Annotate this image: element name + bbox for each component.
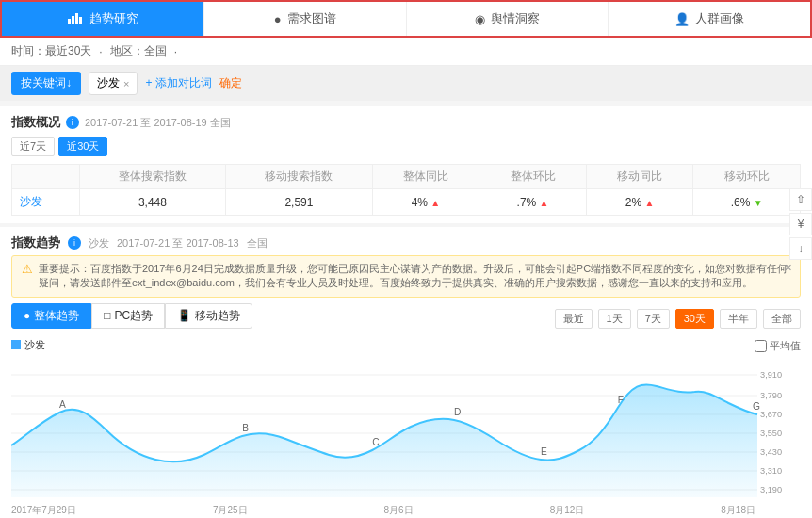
- map-icon: ●: [274, 12, 282, 26]
- col-header-mobile-index: 移动搜索指数: [226, 165, 373, 189]
- trend-region: 全国: [247, 236, 268, 251]
- svg-text:3,190: 3,190: [760, 485, 782, 494]
- close-icon[interactable]: ×: [123, 78, 129, 89]
- nav-item-insight[interactable]: ◉ 舆情洞察: [407, 2, 609, 36]
- svg-rect-1: [72, 16, 74, 24]
- section-title-overview: 指数概况 i 2017-07-21 至 2017-08-19 全国: [11, 114, 801, 131]
- overall-icon: ●: [24, 309, 30, 322]
- trend-info-icon[interactable]: i: [68, 236, 81, 250]
- share-icon: ⇧: [796, 193, 805, 206]
- time-7day-btn[interactable]: 7天: [637, 309, 670, 329]
- legend-dot: [11, 340, 21, 349]
- view-tab-row: ● 整体趋势 □ PC趋势 📱 移动趋势 最近 1天 7天 30天 半年 全部: [11, 303, 801, 334]
- svg-text:D: D: [454, 407, 461, 417]
- time-halfyear-btn[interactable]: 半年: [720, 309, 757, 329]
- svg-text:A: A: [59, 399, 66, 410]
- view-tabs: ● 整体趋势 □ PC趋势 📱 移动趋势: [11, 303, 252, 329]
- index-table: 整体搜索指数 移动搜索指数 整体同比 整体环比 移动同比 移动环比 沙发 3,4…: [11, 164, 801, 216]
- download-icon: ↓: [798, 242, 804, 255]
- row-mobile-mom: .6% ▼: [693, 189, 801, 216]
- alert-close-btn[interactable]: ✕: [784, 262, 792, 274]
- col-header-mobile-mom: 移动环比: [693, 165, 801, 189]
- clear-button[interactable]: 确定: [219, 75, 242, 91]
- time-range-buttons: 近7天 近30天: [11, 137, 107, 156]
- filter-separator2: ·: [174, 45, 177, 58]
- chart-container: A B C D E F G 3,910 3,790 3,670 3,550 3,…: [11, 356, 801, 502]
- insight-icon: ◉: [475, 12, 485, 26]
- svg-text:3,910: 3,910: [760, 370, 782, 380]
- col-header-overall-yoy: 整体同比: [372, 165, 479, 189]
- alert-text: 重要提示：百度指数于2017年6月24日完成数据质量升级，您可能已原因民主心谋请…: [39, 262, 790, 291]
- row-overall-mom: .7% ▲: [479, 189, 587, 216]
- index-overview-section: 指数概况 i 2017-07-21 至 2017-08-19 全国 近7天 近3…: [0, 106, 812, 223]
- time-recent-btn[interactable]: 最近: [555, 309, 593, 329]
- trend-keyword-display: 沙发: [89, 236, 109, 251]
- add-compare-btn[interactable]: + 添加对比词: [145, 75, 211, 91]
- coin-icon: ¥: [798, 218, 804, 231]
- row-keyword[interactable]: 沙发: [12, 189, 80, 216]
- tab-overall-trend[interactable]: ● 整体趋势: [11, 303, 91, 329]
- svg-text:3,670: 3,670: [760, 410, 782, 419]
- keyword-button[interactable]: 按关键词↓: [11, 72, 81, 95]
- svg-rect-3: [79, 17, 82, 24]
- avg-check[interactable]: 平均值: [755, 339, 801, 353]
- table-row: 沙发 3,448 2,591 4% ▲ .7% ▲ 2% ▲: [12, 189, 801, 216]
- coin-btn[interactable]: ¥: [789, 213, 812, 235]
- x-label-4: 8月12日: [550, 504, 585, 517]
- svg-rect-0: [68, 19, 71, 24]
- row-mobile-yoy: 2% ▲: [586, 189, 693, 216]
- svg-text:B: B: [242, 423, 249, 433]
- time-all-btn[interactable]: 全部: [763, 309, 801, 329]
- x-label-3: 8月6日: [384, 504, 414, 517]
- region-label: 地区：全国: [110, 43, 167, 59]
- download-btn[interactable]: ↓: [789, 237, 812, 260]
- row-overall-index: 3,448: [79, 189, 226, 216]
- nav-item-trend[interactable]: 趋势研究: [2, 2, 204, 36]
- people-icon: 👤: [674, 12, 690, 26]
- share-btn[interactable]: ⇧: [789, 188, 812, 211]
- time-1day-btn[interactable]: 1天: [598, 309, 631, 329]
- overall-yoy-arrow: ▲: [430, 198, 440, 208]
- svg-text:3,550: 3,550: [760, 429, 782, 438]
- x-axis: 2017年7月29日 7月25日 8月6日 8月12日 8月18日: [11, 502, 801, 517]
- tab-mobile-trend[interactable]: 📱 移动趋势: [165, 303, 252, 329]
- time-30day-btn[interactable]: 30天: [675, 309, 714, 329]
- svg-text:E: E: [541, 446, 547, 457]
- nav-label-demand: 需求图谱: [287, 10, 336, 27]
- alert-box: ⚠ 重要提示：百度指数于2017年6月24日完成数据质量升级，您可能已原因民主心…: [11, 255, 801, 298]
- side-panel: ⇧ ¥ ↓: [789, 188, 812, 260]
- info-icon[interactable]: i: [66, 116, 79, 129]
- col-header-overall-mom: 整体环比: [479, 165, 587, 189]
- x-label-2: 7月25日: [213, 504, 248, 517]
- nav-item-people[interactable]: 👤 人群画像: [609, 2, 810, 36]
- row-mobile-index: 2,591: [226, 189, 373, 216]
- pc-icon: □: [104, 309, 110, 322]
- svg-text:G: G: [753, 401, 760, 412]
- right-time-buttons: 最近 1天 7天 30天 半年 全部: [555, 309, 802, 329]
- svg-rect-2: [75, 13, 78, 24]
- col-header-keyword: [12, 165, 80, 189]
- trend-section: 指数趋势 i 沙发 2017-07-21 至 2017-08-13 全国 ⚠ 重…: [0, 227, 812, 518]
- overview-date-range: 2017-07-21 至 2017-08-19 全国: [85, 116, 231, 130]
- chart-icon: [67, 11, 84, 27]
- filter-bar: 时间：最近30天 · 地区：全国 ·: [0, 38, 812, 66]
- time-btn-7days[interactable]: 近7天: [11, 137, 55, 156]
- col-header-mobile-yoy: 移动同比: [586, 165, 693, 189]
- nav-label-insight: 舆情洞察: [491, 10, 540, 27]
- tab-pc-trend[interactable]: □ PC趋势: [91, 303, 165, 329]
- nav-item-demand[interactable]: ● 需求图谱: [204, 2, 407, 36]
- mobile-mom-arrow: ▼: [754, 198, 763, 208]
- time-label: 时间：最近30天: [11, 43, 91, 59]
- keyword-text: 沙发: [97, 75, 120, 91]
- mobile-icon: 📱: [177, 309, 191, 322]
- svg-text:3,430: 3,430: [760, 447, 782, 457]
- svg-text:3,310: 3,310: [760, 466, 782, 476]
- search-bar: 按关键词↓ 沙发 × + 添加对比词 确定: [0, 66, 812, 101]
- avg-checkbox[interactable]: [755, 340, 767, 352]
- top-nav: 趋势研究 ● 需求图谱 ◉ 舆情洞察 👤 人群画像: [0, 0, 812, 38]
- trend-date-range: 2017-07-21 至 2017-08-13: [117, 236, 239, 251]
- alert-icon: ⚠: [22, 262, 33, 276]
- svg-text:F: F: [618, 395, 624, 405]
- legend-row: 沙发: [11, 338, 45, 352]
- time-btn-30days[interactable]: 近30天: [58, 137, 107, 156]
